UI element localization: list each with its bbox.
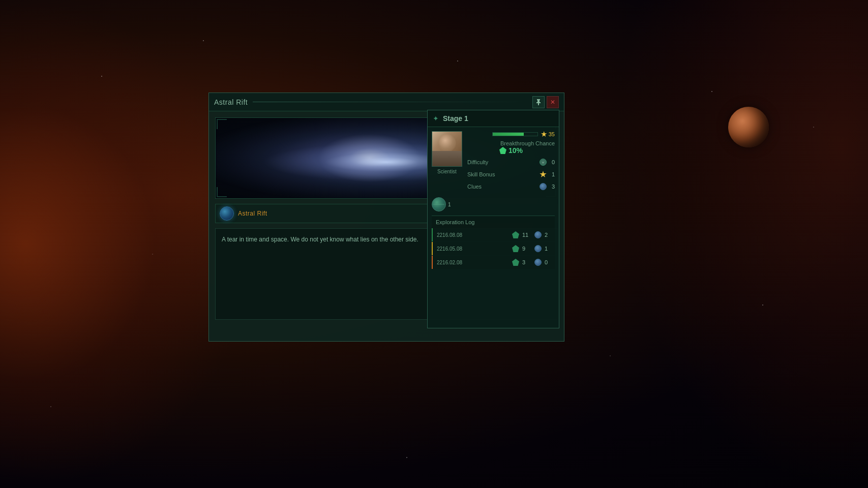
stage-content: Scientist 35 Breakthrough Chance — [428, 127, 559, 273]
log-clue-val-1: 2 — [545, 232, 551, 238]
globe-icon-area: 1 — [432, 195, 555, 214]
log-clue-val-3: 0 — [545, 259, 551, 265]
clues-label: Clues — [467, 184, 482, 190]
close-button[interactable]: ✕ — [547, 96, 559, 108]
scientist-row: Scientist 35 Breakthrough Chance — [432, 131, 555, 191]
progress-bar-container — [492, 132, 538, 136]
log-gem-val-2: 9 — [522, 246, 531, 252]
log-gem-val-1: 11 — [522, 232, 531, 238]
log-gem-icon-1 — [512, 231, 519, 238]
breakthrough-percent: 10% — [508, 146, 523, 155]
breakthrough-gem-icon — [499, 147, 506, 154]
progress-number: 35 — [549, 131, 555, 137]
window-controls: ✕ — [532, 96, 559, 108]
skill-value: 1 — [549, 171, 555, 177]
difficulty-icon: • — [540, 159, 547, 166]
difficulty-label: Difficulty — [467, 159, 488, 165]
skill-value-group: 1 — [540, 171, 555, 178]
stage-icon: ✦ — [433, 114, 439, 123]
log-entry-1: 2216.08.08 11 2 — [432, 228, 555, 241]
stage-panel: ✦ Stage 1 Scientist 35 — [427, 110, 559, 328]
corner-bl — [217, 187, 227, 197]
clues-value-group: 3 — [540, 183, 555, 190]
log-date-1: 2216.08.08 — [437, 232, 509, 238]
log-entries: 2216.08.08 11 2 2216.05.08 9 1 2216.02.0 — [432, 228, 555, 269]
stage-title: Stage 1 — [443, 114, 468, 123]
scientist-badge — [453, 157, 461, 165]
scientist-portrait[interactable] — [432, 131, 462, 167]
difficulty-value-group: • 0 — [540, 159, 555, 166]
svg-rect-3 — [538, 103, 539, 105]
svg-rect-0 — [537, 99, 540, 100]
orb-icon — [220, 206, 234, 221]
svg-rect-2 — [536, 102, 541, 103]
breakthrough-label: Breakthrough Chance — [467, 140, 555, 146]
stats-area: 35 Breakthrough Chance 10% Difficulty • — [467, 131, 555, 191]
progress-value: 35 — [541, 131, 555, 137]
window-header: Astral Rift ✕ — [209, 93, 564, 111]
difficulty-row: Difficulty • 0 — [467, 158, 555, 167]
log-clue-icon-1 — [534, 231, 542, 238]
scientist-area: Scientist — [432, 131, 462, 191]
bar-title: Astral Rift — [238, 210, 267, 217]
log-clue-icon-3 — [534, 259, 542, 266]
log-gem-val-3: 3 — [522, 259, 531, 265]
exploration-log: Exploration Log 2216.08.08 11 2 2216.05.… — [432, 216, 555, 269]
stage-header: ✦ Stage 1 — [428, 110, 559, 127]
log-date-3: 2216.02.08 — [437, 260, 509, 265]
header-divider — [253, 102, 527, 102]
skill-label: Skill Bonus — [467, 171, 495, 177]
log-clue-val-2: 1 — [545, 246, 551, 252]
description-text: A tear in time and space. We do not yet … — [222, 236, 418, 243]
clue-icon — [540, 183, 547, 190]
globe-icon — [432, 197, 446, 211]
progress-bar-row: 35 — [467, 131, 555, 137]
log-clue-icon-2 — [534, 245, 542, 252]
skill-star-icon — [540, 171, 547, 178]
corner-tl — [217, 119, 227, 129]
clues-row: Clues 3 — [467, 182, 555, 191]
clues-value: 3 — [549, 184, 555, 190]
scientist-label: Scientist — [437, 169, 457, 174]
pin-button[interactable] — [532, 96, 545, 108]
progress-star-icon — [541, 131, 547, 137]
skill-row: Skill Bonus 1 — [467, 170, 555, 179]
planet-icon — [728, 107, 769, 147]
log-gem-icon-3 — [512, 259, 519, 266]
log-header: Exploration Log — [432, 216, 555, 228]
log-entry-2: 2216.05.08 9 1 — [432, 242, 555, 255]
globe-number: 1 — [448, 202, 451, 207]
log-entry-3: 2216.02.08 3 0 — [432, 256, 555, 269]
progress-bar-fill — [493, 133, 524, 136]
window-title: Astral Rift — [214, 98, 248, 106]
log-date-2: 2216.05.08 — [437, 246, 509, 252]
difficulty-value: 0 — [549, 159, 555, 165]
log-gem-icon-2 — [512, 245, 519, 252]
breakthrough-value: 10% — [467, 146, 555, 155]
